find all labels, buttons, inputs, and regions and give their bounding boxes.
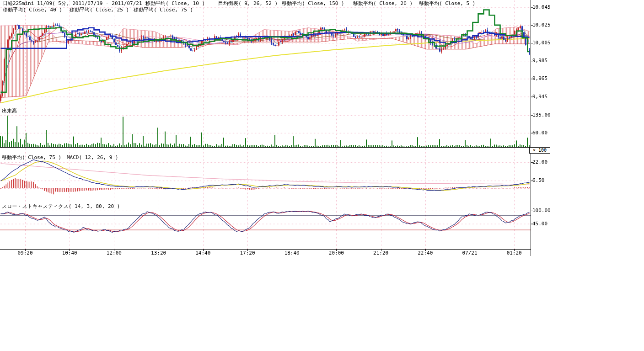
macd-axis-tick: 6.50 — [532, 178, 545, 183]
trading-chart-window: 出来高 × 100 移動平均( Close, 75 ) MACD( 12, 26… — [0, 0, 644, 351]
legend-item: 移動平均( Close, 20 ) — [353, 1, 413, 6]
stoch-axis-tick: 100.00 — [532, 208, 551, 213]
legend-item: 一目均衡表( 9, 26, 52 ) — [213, 1, 278, 6]
time-axis-label: 21:20 — [371, 250, 391, 256]
time-axis-label: 20:00 — [326, 250, 346, 256]
stoch-axis-tick: 45.00 — [532, 221, 547, 227]
time-axis-label: 09:20 — [15, 250, 35, 256]
price-axis-tick: 9,965 — [532, 76, 547, 81]
stochastics-label: スロー・ストキャスティクス( 14, 3, 80, 20 ) — [2, 204, 120, 209]
time-axis-label: 18:40 — [282, 250, 302, 256]
macd-axis-tick: 22.00 — [532, 160, 547, 165]
volume-axis-tick: 60.00 — [532, 130, 547, 136]
volume-axis-tick: 135.00 — [532, 112, 551, 118]
time-axis-label: 12:00 — [104, 250, 124, 256]
price-axis-tick: 10,005 — [532, 40, 551, 46]
volume-panel-label: 出来高 — [2, 108, 17, 114]
chart-canvas[interactable] — [0, 0, 644, 351]
price-axis-tick: 9,985 — [532, 58, 547, 64]
time-axis-label: 14:40 — [193, 250, 213, 256]
legend-item: 移動平均( Close, 150 ) — [282, 1, 344, 6]
macd-ma-label: 移動平均( Close, 75 ) — [2, 155, 61, 160]
legend-item: 移動平均( Close, 25 ) — [70, 7, 129, 13]
legend-item: 移動平均( Close, 5 ) — [419, 1, 475, 6]
time-axis-label: 13:20 — [149, 250, 169, 256]
macd-label: MACD( 12, 26, 9 ) — [67, 155, 118, 160]
price-axis-tick: 10,025 — [532, 22, 551, 28]
legend-item: 移動平均( Close, 10 ) — [145, 1, 205, 6]
time-axis-label: 17:20 — [237, 250, 258, 256]
time-axis-label: 10:40 — [59, 250, 80, 256]
volume-scale-box: × 100 — [529, 147, 550, 154]
legend-item: 移動平均( Close, 40 ) — [3, 7, 62, 13]
time-axis-label: 22:40 — [415, 250, 435, 256]
legend-item: 日経225mini 11/09( 5分, 2011/07/19 - 2011/0… — [3, 1, 148, 6]
time-axis-label: 01:20 — [504, 250, 524, 256]
price-axis-tick: 9,945 — [532, 94, 547, 100]
price-axis-tick: 10,045 — [532, 5, 551, 10]
legend-item: 移動平均( Close, 75 ) — [134, 7, 193, 13]
time-axis-label: 07/21 — [460, 250, 480, 256]
